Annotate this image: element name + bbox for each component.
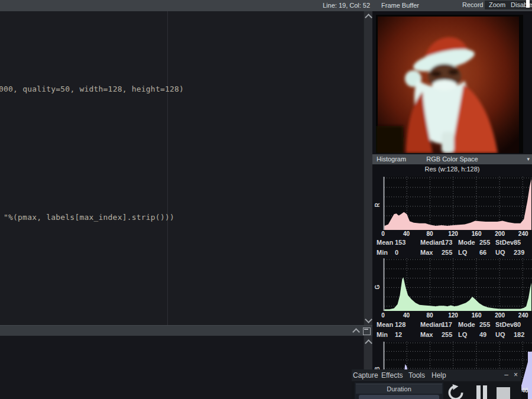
axis-tick-label: 200 (495, 231, 505, 237)
stat-pair: Max255 (420, 331, 458, 339)
stop-button[interactable] (497, 387, 510, 399)
stat-pair: Mode255 (458, 321, 495, 329)
cursor-position-label: Line: 19, Col: 52 (323, 2, 370, 9)
code-line: "%(pmax, labels[max_index].strip())) (4, 213, 174, 222)
axis-tick-label: 120 (448, 231, 458, 237)
r-stats-row-1: Mean153Median173Mode255StDev85 (375, 239, 532, 247)
stat-pair: StDev80 (495, 321, 532, 329)
cursor-artifact (526, 0, 530, 8)
axis-tick-label: 120 (448, 312, 458, 319)
menu-item-tools[interactable]: Tools (408, 371, 425, 379)
frame-buffer-label: Frame Buffer (381, 2, 419, 9)
histogram-header-bar: Histogram RGB Color Space ▾ (372, 154, 532, 164)
axis-tick-label: 40 (403, 231, 410, 237)
axis-tick-label: 240 (518, 231, 528, 237)
axis-tick-label: 240 (518, 312, 528, 319)
stat-pair: LQ66 (458, 249, 495, 257)
r-stats-row-2: Min0Max255LQ66UQ239 (375, 249, 532, 257)
pause-icon[interactable] (476, 385, 481, 399)
pause-icon[interactable] (483, 385, 487, 399)
replay-icon[interactable] (445, 384, 467, 399)
stat-pair: Mean153 (377, 239, 420, 246)
g-histogram-plot (383, 258, 532, 311)
axis-tick-label: 80 (426, 312, 433, 319)
stat-pair: UQ182 (495, 331, 532, 339)
duration-panel: Duration (355, 382, 443, 399)
restore-pane-icon[interactable] (363, 327, 371, 335)
menu-item-help[interactable]: Help (432, 371, 446, 379)
g-channel-label: G (374, 281, 381, 290)
g-stats-row-1: Mean128Median117Mode255StDev80 (375, 321, 532, 329)
scroll-up-icon[interactable] (365, 339, 372, 347)
axis-tick-label: 200 (495, 312, 505, 319)
scroll-down-icon[interactable] (365, 316, 372, 323)
code-editor[interactable]: 000, quality=50, width=128, height=128) … (0, 11, 364, 325)
record-button[interactable]: Record (458, 1, 487, 9)
b-spike-overflow (528, 352, 532, 399)
close-icon[interactable]: × (514, 371, 518, 379)
minimize-icon[interactable]: – (504, 371, 508, 379)
menu-item-effects[interactable]: Effects (381, 371, 403, 379)
stat-pair: Median117 (420, 321, 458, 329)
scroll-up-icon[interactable] (365, 14, 372, 21)
stat-pair: StDev85 (495, 239, 532, 246)
collapse-up-icon[interactable] (352, 328, 360, 336)
screen: Line: 19, Col: 52 Frame Buffer Record Zo… (0, 0, 532, 399)
axis-tick-label: 0 (381, 231, 385, 237)
stat-pair: UQ239 (495, 249, 532, 257)
stat-pair: Mode255 (458, 239, 495, 246)
color-space-dropdown[interactable]: RGB Color Space (372, 155, 532, 163)
pane-splitter[interactable] (0, 325, 372, 336)
g-stats-row-2: Min12Max255LQ49UQ182 (375, 331, 532, 339)
zoom-button[interactable]: Zoom (485, 1, 510, 9)
editor-scrollbar[interactable] (364, 11, 373, 325)
axis-tick-label: 160 (472, 312, 482, 319)
stat-pair: Mean128 (377, 321, 420, 329)
duration-header[interactable]: Duration (356, 384, 442, 394)
bottom-editor-pane[interactable] (0, 336, 364, 399)
stat-pair: Min12 (377, 331, 420, 339)
top-status-bar: Line: 19, Col: 52 Frame Buffer Record Zo… (0, 0, 532, 12)
axis-tick-label: 160 (472, 231, 482, 237)
capture-menubar: – × CaptureEffectsToolsHelp (352, 369, 521, 381)
stat-pair: Max255 (420, 249, 458, 257)
r-axis-ticks: 04080120160200240 (372, 231, 532, 238)
menu-item-capture[interactable]: Capture (353, 371, 378, 379)
capture-tool-window: – × CaptureEffectsToolsHelp Duration (352, 369, 521, 399)
r-histogram-plot (383, 177, 532, 230)
frame-buffer-panel: Histogram RGB Color Space ▾ Res (w:128, … (372, 11, 532, 399)
axis-tick-label: 80 (426, 231, 433, 237)
axis-tick-label: 0 (381, 312, 385, 319)
column-ruler (167, 11, 168, 325)
stat-pair: Min0 (377, 249, 420, 257)
chevron-down-icon[interactable]: ▾ (527, 156, 530, 162)
frame-buffer-image (376, 15, 523, 153)
resolution-label: Res (w:128, h:128) (372, 166, 532, 174)
stat-pair: Median173 (420, 239, 458, 246)
axis-tick-label: 40 (403, 312, 410, 319)
duration-input[interactable] (359, 395, 439, 399)
code-line: 000, quality=50, width=128, height=128) (0, 85, 184, 93)
r-channel-label: R (374, 199, 381, 207)
stat-pair: LQ49 (458, 331, 495, 339)
g-axis-ticks: 04080120160200240 (372, 312, 532, 320)
